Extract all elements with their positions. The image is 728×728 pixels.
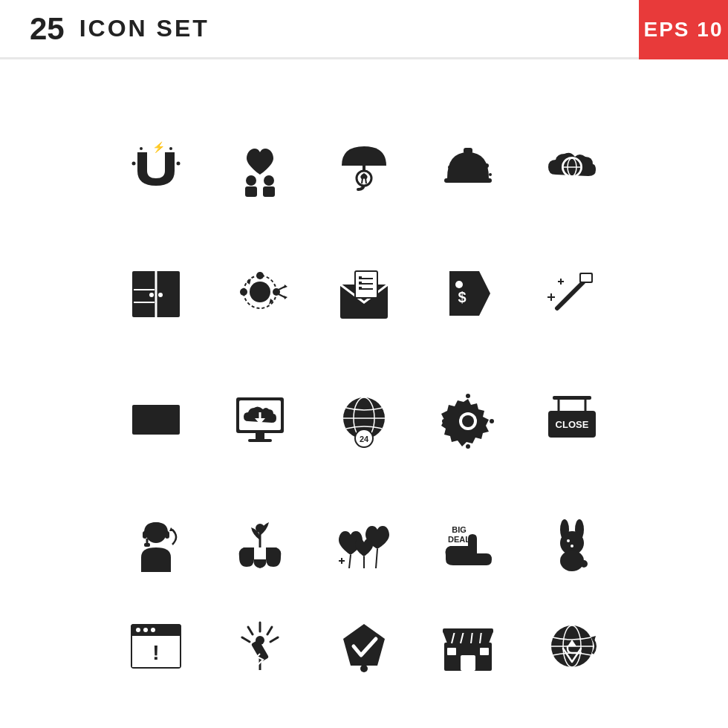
main-content: ⚡ [0, 59, 728, 728]
svg-point-72 [466, 444, 470, 449]
rabbit-icon [542, 516, 602, 576]
icon-cell-global-process [208, 230, 312, 357]
global-process-icon [230, 264, 290, 323]
icon-cell-recycle-globe [520, 609, 624, 683]
svg-point-70 [462, 415, 474, 427]
svg-rect-14 [464, 148, 472, 154]
icon-cell-magnet: ⚡ [104, 104, 208, 230]
icon-cell-rabbit [520, 483, 624, 609]
svg-point-73 [442, 419, 446, 423]
browser-error-icon: ! [126, 617, 186, 676]
icon-cell-magic-wand [520, 230, 624, 357]
svg-rect-45 [359, 276, 362, 279]
svg-point-31 [256, 272, 264, 279]
svg-text:DEAL: DEAL [448, 535, 470, 544]
icon-cell-woman-agent [104, 483, 208, 609]
globe-24h-icon: 24 [334, 390, 394, 449]
umbrella-ribbon-icon [334, 137, 394, 197]
svg-point-3 [140, 147, 143, 150]
icon-cell-couple [208, 104, 312, 230]
svg-rect-47 [359, 287, 362, 290]
square-icon [126, 390, 186, 449]
svg-rect-124 [461, 655, 475, 671]
svg-point-105 [136, 628, 140, 632]
svg-line-111 [267, 627, 272, 634]
price-tag-icon: $ [438, 264, 498, 323]
cloud-globe-icon [542, 137, 602, 197]
hearts-balloons-icon [334, 516, 394, 576]
icon-cell-big-deal: BIG DEAL [416, 483, 520, 609]
svg-line-113 [248, 627, 253, 634]
svg-point-100 [567, 539, 570, 542]
svg-point-1 [132, 162, 136, 166]
svg-line-88 [349, 555, 351, 568]
svg-point-87 [256, 524, 264, 533]
header-number: 25 [30, 11, 65, 47]
plant-hands-icon [230, 516, 290, 576]
svg-line-11 [362, 178, 363, 183]
svg-line-12 [365, 178, 366, 183]
icon-cell-cloud-download [208, 357, 312, 483]
couple-icon [230, 137, 290, 197]
svg-rect-127 [443, 628, 493, 633]
svg-rect-78 [553, 396, 591, 400]
svg-rect-126 [480, 648, 489, 655]
svg-point-26 [158, 293, 163, 297]
mail-list-icon [334, 264, 394, 323]
svg-point-101 [571, 545, 573, 547]
svg-point-7 [264, 175, 274, 186]
cloud-download-icon [230, 390, 290, 449]
svg-point-106 [143, 628, 148, 632]
svg-rect-6 [245, 186, 257, 197]
icon-cell-food-dome [416, 104, 520, 230]
icon-cell-hearts-balloons [312, 483, 416, 609]
svg-point-74 [490, 419, 494, 423]
icon-cell-close-sign: CLOSE [520, 357, 624, 483]
svg-point-98 [560, 550, 584, 571]
svg-point-118 [360, 665, 368, 672]
svg-line-89 [376, 549, 377, 568]
svg-point-99 [580, 560, 588, 568]
svg-text:BIG: BIG [452, 525, 467, 534]
magic-wand-icon [542, 264, 602, 323]
svg-rect-82 [165, 531, 169, 539]
svg-rect-61 [248, 439, 272, 442]
svg-point-71 [466, 394, 470, 398]
icon-cell-plant-hands [208, 483, 312, 609]
icon-cell-firecracker [208, 609, 312, 683]
icon-cell-cloud-globe [520, 104, 624, 230]
icon-cell-store [416, 609, 520, 683]
svg-text:$: $ [458, 289, 466, 305]
diamond-check-icon [334, 617, 394, 676]
svg-rect-60 [256, 433, 264, 439]
svg-rect-57 [132, 405, 180, 435]
gear-virus-icon [438, 390, 498, 449]
header-eps-badge: EPS 10 [639, 0, 728, 59]
store-icon [438, 617, 498, 676]
magnet-icon: ⚡ [126, 137, 186, 197]
big-deal-icon: BIG DEAL [438, 516, 498, 576]
svg-point-33 [240, 288, 247, 296]
svg-point-107 [151, 628, 155, 632]
svg-text:!: ! [152, 641, 159, 664]
svg-rect-84 [144, 543, 150, 547]
svg-point-4 [169, 147, 172, 150]
svg-point-17 [448, 166, 451, 169]
header-eps-label: EPS 10 [644, 18, 724, 42]
svg-text:24: 24 [360, 435, 369, 443]
svg-line-114 [242, 637, 250, 642]
header: 25 ICON SET EPS 10 [0, 0, 728, 59]
svg-rect-81 [143, 531, 147, 539]
icon-cell-mail-list [312, 230, 416, 357]
svg-rect-13 [444, 178, 492, 183]
svg-point-29 [250, 282, 270, 302]
svg-marker-38 [284, 285, 287, 288]
svg-line-112 [270, 637, 278, 642]
icon-cell-price-tag: $ [416, 230, 520, 357]
svg-marker-39 [284, 296, 287, 299]
svg-point-15 [484, 163, 489, 168]
woman-agent-icon [126, 516, 186, 576]
svg-marker-117 [343, 624, 385, 666]
icon-cell-diamond-check [312, 609, 416, 683]
icon-cell-globe-24h: 24 [312, 357, 416, 483]
